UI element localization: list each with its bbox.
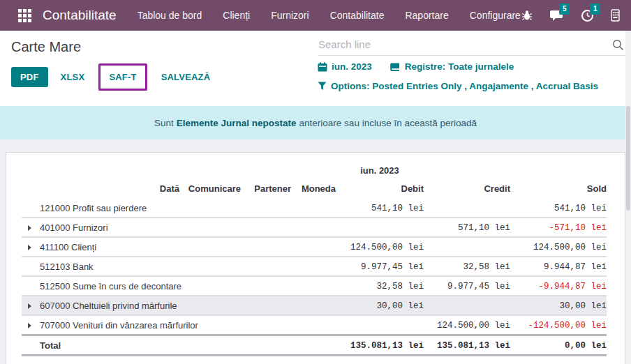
messages-count-badge: 5 bbox=[559, 3, 570, 15]
account-name-cell[interactable]: 512500 Sume în curs de decontare bbox=[40, 276, 336, 296]
saft-button[interactable]: SAF-T bbox=[107, 67, 138, 87]
book-icon bbox=[390, 62, 401, 72]
pdf-button[interactable]: PDF bbox=[11, 67, 48, 87]
banner-text-prefix: Sunt bbox=[154, 118, 174, 128]
search-input[interactable] bbox=[318, 35, 625, 56]
calendar-icon bbox=[318, 62, 327, 72]
report-filters: iun. 2023 Registre: Toate jurnalele Opti… bbox=[318, 61, 598, 100]
credit-cell: 32,58 lei bbox=[424, 257, 510, 276]
expand-caret-icon[interactable] bbox=[28, 245, 31, 250]
credit-cell: 9.977,45 lei bbox=[424, 276, 510, 296]
table-row: 607000 Cheltuieli privind mărfurile30,00… bbox=[22, 296, 607, 315]
save-button[interactable]: SALVEAZĂ bbox=[160, 67, 212, 87]
account-name-cell[interactable]: 121000 Profit sau pierdere bbox=[40, 199, 336, 218]
debit-cell: 9.977,45 lei bbox=[336, 257, 424, 276]
expand-caret-icon[interactable] bbox=[28, 225, 31, 231]
period-filter-label: iun. 2023 bbox=[332, 61, 372, 72]
sold-cell: 30,00 lei bbox=[510, 296, 607, 315]
debit-cell: 541,10 lei bbox=[336, 199, 424, 218]
debit-cell: 124.500,00 lei bbox=[336, 237, 424, 257]
banner-text-suffix: anterioare sau incluse în această perioa… bbox=[299, 118, 477, 128]
expand-caret-icon[interactable] bbox=[28, 323, 31, 328]
table-row: 512500 Sume în curs de decontare32,58 le… bbox=[22, 276, 607, 296]
expand-caret-icon[interactable] bbox=[28, 303, 31, 309]
debit-cell bbox=[336, 315, 424, 335]
table-row: 707000 Venituri din vânzarea mărfurilor1… bbox=[22, 315, 607, 335]
sold-cell: -124.500,00 lei bbox=[510, 315, 607, 335]
col-header-data: Dată bbox=[138, 182, 179, 199]
xlsx-button[interactable]: XLSX bbox=[59, 67, 87, 87]
annotation-highlight-box: SAF-T bbox=[98, 63, 147, 91]
apps-menu-icon[interactable] bbox=[18, 9, 31, 22]
options-filter[interactable]: Options: Posted Entries Only , Angajamen… bbox=[318, 81, 598, 91]
table-row: 121000 Profit sau pierdere541,10 lei541,… bbox=[22, 199, 607, 218]
caret-cell bbox=[22, 276, 40, 296]
account-name-cell[interactable]: 707000 Venituri din vânzarea mărfurilor bbox=[40, 315, 336, 335]
period-header: iun. 2023 bbox=[336, 164, 424, 182]
search-icon[interactable] bbox=[612, 39, 624, 51]
col-header-partener: Partener bbox=[241, 182, 291, 199]
account-name-cell[interactable]: 401000 Furnizori bbox=[40, 218, 336, 237]
top-navbar: Contabilitate Tablou de bordCliențiFurni… bbox=[0, 0, 631, 31]
col-header-sold: Sold bbox=[510, 182, 607, 199]
bug-glyph bbox=[521, 9, 533, 22]
app-brand[interactable]: Contabilitate bbox=[43, 8, 117, 23]
credit-cell: 571,10 lei bbox=[424, 218, 510, 237]
account-name-cell[interactable]: 512103 Bank bbox=[40, 257, 336, 276]
mobile-device-icon[interactable] bbox=[611, 9, 620, 22]
debit-cell: 32,58 lei bbox=[336, 276, 424, 296]
activities-count-badge: 1 bbox=[590, 3, 601, 15]
journals-filter[interactable]: Registre: Toate jurnalele bbox=[390, 61, 514, 72]
search-bar bbox=[318, 35, 625, 56]
vertical-scrollbar-track[interactable] bbox=[625, 31, 631, 364]
column-header-row: Dată Comunicare Partener Moneda Debit Cr… bbox=[22, 182, 607, 199]
sold-cell: 9.944,87 lei bbox=[510, 257, 607, 276]
caret-cell bbox=[22, 199, 40, 218]
col-header-debit: Debit bbox=[336, 182, 424, 199]
general-ledger-table: iun. 2023 Dată Comunicare Partener Moned… bbox=[22, 164, 607, 356]
device-glyph bbox=[611, 9, 620, 22]
period-header-row: iun. 2023 bbox=[22, 164, 607, 182]
account-name-cell[interactable]: 607000 Cheltuieli privind mărfurile bbox=[40, 296, 336, 315]
unposted-entries-banner: Sunt Elemente Jurnal nepostate anterioar… bbox=[0, 106, 631, 139]
sold-cell: 541,10 lei bbox=[510, 199, 607, 218]
debug-bug-icon[interactable] bbox=[521, 9, 533, 22]
table-row: 512103 Bank9.977,45 lei32,58 lei9.944,87… bbox=[22, 257, 607, 276]
credit-cell bbox=[424, 237, 510, 257]
main-menu: Tablou de bordCliențiFurnizoriContabilit… bbox=[138, 10, 521, 21]
total-debit: 135.081,13 lei bbox=[336, 335, 424, 356]
journals-filter-label: Registre: Toate jurnalele bbox=[405, 61, 514, 72]
total-label: Total bbox=[40, 335, 336, 356]
options-filter-label: Options: Posted Entries Only , Angajamen… bbox=[331, 81, 598, 91]
caret-cell[interactable] bbox=[22, 296, 40, 315]
sold-cell: 124.500,00 lei bbox=[510, 237, 607, 257]
table-row: 411100 Clienți124.500,00 lei124.500,00 l… bbox=[22, 237, 607, 257]
account-name-cell[interactable]: 411100 Clienți bbox=[40, 237, 336, 257]
messages-icon[interactable]: 5 bbox=[550, 9, 564, 22]
menu-item-tablou-de-bord[interactable]: Tablou de bord bbox=[138, 10, 202, 21]
caret-cell[interactable] bbox=[22, 315, 40, 335]
menu-item-contabilitate[interactable]: Contabilitate bbox=[330, 10, 385, 21]
credit-cell bbox=[424, 296, 510, 315]
caret-cell bbox=[22, 257, 40, 276]
menu-item-raportare[interactable]: Raportare bbox=[405, 10, 448, 21]
total-credit: 135.081,13 lei bbox=[424, 335, 510, 356]
menu-item-furnizori[interactable]: Furnizori bbox=[271, 10, 309, 21]
unposted-entries-link[interactable]: Elemente Jurnal nepostate bbox=[177, 118, 297, 128]
activities-clock-icon[interactable]: 1 bbox=[581, 9, 594, 22]
menu-item-configurare[interactable]: Configurare bbox=[470, 10, 521, 21]
filter-funnel-icon bbox=[318, 82, 327, 91]
period-filter[interactable]: iun. 2023 bbox=[318, 61, 372, 72]
total-row: Total 135.081,13 lei 135.081,13 lei 0,00… bbox=[22, 335, 607, 356]
vertical-scrollbar-thumb[interactable] bbox=[626, 106, 630, 211]
debit-cell bbox=[336, 218, 424, 237]
sold-cell: -9.944,87 lei bbox=[510, 276, 607, 296]
caret-cell[interactable] bbox=[22, 218, 40, 237]
menu-item-clienți[interactable]: Clienți bbox=[223, 10, 250, 21]
control-panel: Carte Mare PDF XLSX SAF-T SALVEAZĂ bbox=[0, 31, 631, 106]
debit-cell: 30,00 lei bbox=[336, 296, 424, 315]
col-header-credit: Credit bbox=[424, 182, 510, 199]
table-row: 401000 Furnizori571,10 lei-571,10 lei bbox=[22, 218, 607, 237]
caret-cell[interactable] bbox=[22, 237, 40, 257]
report-card: iun. 2023 Dată Comunicare Partener Moned… bbox=[6, 152, 625, 364]
